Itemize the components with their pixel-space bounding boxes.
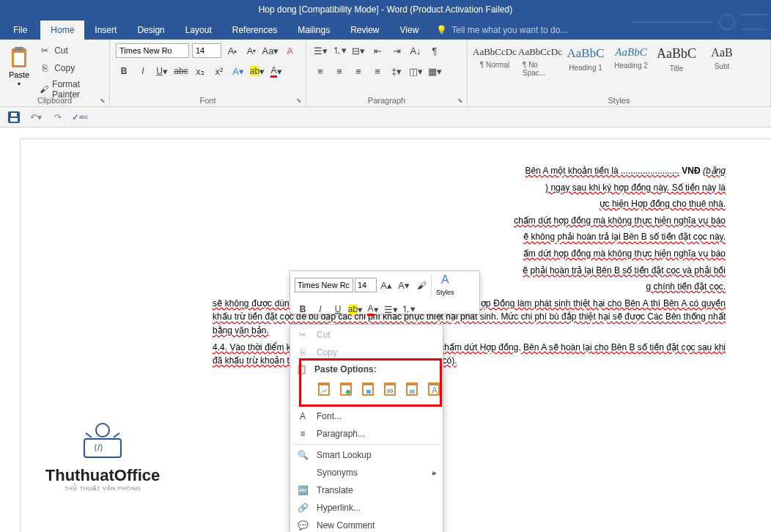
- cm-translate[interactable]: 🔤Translate: [290, 481, 443, 499]
- underline-button[interactable]: U▾: [154, 63, 170, 79]
- cm-new-comment[interactable]: 💬New Comment: [290, 517, 443, 532]
- tab-layout[interactable]: Layout: [175, 21, 222, 40]
- numbering-button[interactable]: ⒈▾: [331, 43, 347, 59]
- cm-font[interactable]: AFont...: [290, 407, 443, 425]
- mini-highlight[interactable]: ab▾: [347, 301, 364, 317]
- tab-references[interactable]: References: [222, 21, 287, 40]
- bullets-button[interactable]: ☰▾: [312, 43, 328, 59]
- tab-mailings[interactable]: Mailings: [287, 21, 340, 40]
- save-button[interactable]: [6, 109, 22, 125]
- comment-icon: 💬: [296, 520, 309, 531]
- paste-picture[interactable]: [359, 379, 377, 398]
- text-effects-button[interactable]: A▾: [230, 63, 246, 79]
- strikethrough-button[interactable]: abc: [173, 63, 189, 79]
- italic-button[interactable]: I: [135, 63, 151, 79]
- tell-me-search[interactable]: 💡Tell me what you want to do...: [429, 21, 575, 40]
- justify-button[interactable]: ≡: [369, 63, 386, 79]
- mini-font-name[interactable]: [295, 278, 353, 292]
- paste-options-label: Paste Options:: [314, 364, 377, 374]
- font-name-input[interactable]: [116, 43, 189, 58]
- document-page[interactable]: Bên A một khoản tiền là ................…: [205, 135, 733, 400]
- context-menu: ✂Cut ⎘Copy 📋Paste Options: ∞ A AFont... …: [289, 324, 443, 532]
- sort-button[interactable]: A↓: [407, 43, 424, 59]
- multilevel-button[interactable]: ⊟▾: [350, 43, 366, 59]
- font-icon: A: [296, 411, 309, 421]
- group-font: A▴ A▾ Aa▾ A̷ B I U▾ abc x₂ x² A▾ ab▾ A▾ …: [110, 40, 306, 106]
- subscript-button[interactable]: x₂: [192, 63, 208, 79]
- show-marks-button[interactable]: ¶: [427, 43, 443, 59]
- line-spacing-button[interactable]: ‡▾: [388, 63, 405, 79]
- tab-design[interactable]: Design: [127, 21, 174, 40]
- paragraph-icon: ≡: [296, 429, 309, 439]
- cm-paragraph[interactable]: ≡Paragraph...: [290, 425, 443, 443]
- paste-keep-text[interactable]: [403, 379, 421, 398]
- mini-font-size[interactable]: [355, 278, 377, 292]
- cut-button[interactable]: ✂Cut: [35, 43, 103, 59]
- increase-indent-button[interactable]: ⇥: [388, 43, 405, 59]
- redo-button[interactable]: ↷: [50, 109, 66, 125]
- tab-view[interactable]: View: [390, 21, 429, 40]
- scissors-icon: ✂: [296, 330, 309, 340]
- align-right-button[interactable]: ≡: [350, 63, 366, 79]
- paste-keep-source[interactable]: [315, 379, 333, 398]
- scissors-icon: ✂: [38, 44, 51, 57]
- superscript-button[interactable]: x²: [211, 63, 227, 79]
- clipboard-launcher[interactable]: ⬊: [100, 97, 107, 104]
- mini-toolbar: A▴ A▾ 🖌 A Styles B I U ab▾ A▾ ☰▾ ⒈▾: [289, 270, 480, 314]
- clipboard-icon: 📋: [296, 364, 307, 374]
- cm-smart-lookup[interactable]: 🔍Smart Lookup: [290, 446, 443, 464]
- change-case-button[interactable]: Aa▾: [262, 43, 278, 59]
- tab-review[interactable]: Review: [340, 21, 389, 40]
- tab-file[interactable]: File: [0, 21, 40, 40]
- mini-bold[interactable]: B: [295, 301, 311, 317]
- svg-rect-5: [11, 113, 17, 117]
- decrease-indent-button[interactable]: ⇤: [369, 43, 386, 59]
- mini-bullets[interactable]: ☰▾: [383, 301, 399, 317]
- quick-access-toolbar: ↶▾ ↷ ✓abc: [0, 107, 771, 128]
- mini-numbering[interactable]: ⒈▾: [400, 301, 416, 317]
- lightbulb-icon: 💡: [436, 25, 447, 35]
- svg-rect-13: [366, 390, 371, 394]
- paragraph-launcher[interactable]: ⬊: [457, 97, 465, 104]
- mini-shrink-font[interactable]: A▾: [396, 277, 412, 293]
- copy-icon: ⎘: [38, 62, 51, 75]
- svg-rect-1: [15, 47, 23, 51]
- mini-format-painter[interactable]: 🖌: [413, 277, 429, 293]
- grow-font-button[interactable]: A▴: [224, 43, 240, 59]
- search-icon: 🔍: [296, 450, 309, 460]
- mini-styles-icon: A: [441, 273, 449, 286]
- svg-text:A: A: [432, 385, 438, 396]
- tab-insert[interactable]: Insert: [84, 21, 127, 40]
- align-left-button[interactable]: ≡: [312, 63, 328, 79]
- mini-grow-font[interactable]: A▴: [378, 277, 394, 293]
- cm-synonyms[interactable]: Synonyms▸: [290, 464, 443, 481]
- paste-merge[interactable]: [337, 379, 355, 398]
- mini-styles-button[interactable]: Styles: [436, 289, 454, 296]
- font-size-input[interactable]: [192, 43, 221, 58]
- font-color-button[interactable]: A▾: [268, 63, 284, 79]
- mini-underline[interactable]: U: [330, 301, 346, 317]
- borders-button[interactable]: ▦▾: [427, 63, 443, 79]
- paste-text-only[interactable]: A: [425, 379, 443, 398]
- copy-button[interactable]: ⎘Copy: [35, 60, 103, 76]
- svg-point-24: [96, 424, 109, 437]
- spellcheck-button[interactable]: ✓abc: [72, 109, 88, 125]
- bold-button[interactable]: B: [116, 63, 132, 79]
- clipboard-icon: [9, 45, 29, 69]
- shrink-font-button[interactable]: A▾: [243, 43, 259, 59]
- mini-italic[interactable]: I: [312, 301, 328, 317]
- link-icon: 🔗: [296, 503, 309, 513]
- cm-hyperlink[interactable]: 🔗Hyperlink...: [290, 499, 443, 517]
- shading-button[interactable]: ◫▾: [407, 63, 424, 79]
- font-launcher[interactable]: ⬊: [296, 97, 303, 104]
- clear-formatting-button[interactable]: A̷: [281, 43, 298, 59]
- paste-link[interactable]: ∞: [381, 379, 399, 398]
- vertical-ruler[interactable]: [7, 139, 21, 532]
- align-center-button[interactable]: ≡: [331, 63, 347, 79]
- undo-button[interactable]: ↶▾: [28, 109, 44, 125]
- mini-font-color[interactable]: A▾: [365, 301, 381, 317]
- highlight-button[interactable]: ab▾: [249, 63, 265, 79]
- decorative-lines: [624, 0, 771, 44]
- ribbon: Paste ▾ ✂Cut ⎘Copy 🖌Format Painter Clipb…: [0, 40, 771, 107]
- tab-home[interactable]: Home: [40, 21, 84, 40]
